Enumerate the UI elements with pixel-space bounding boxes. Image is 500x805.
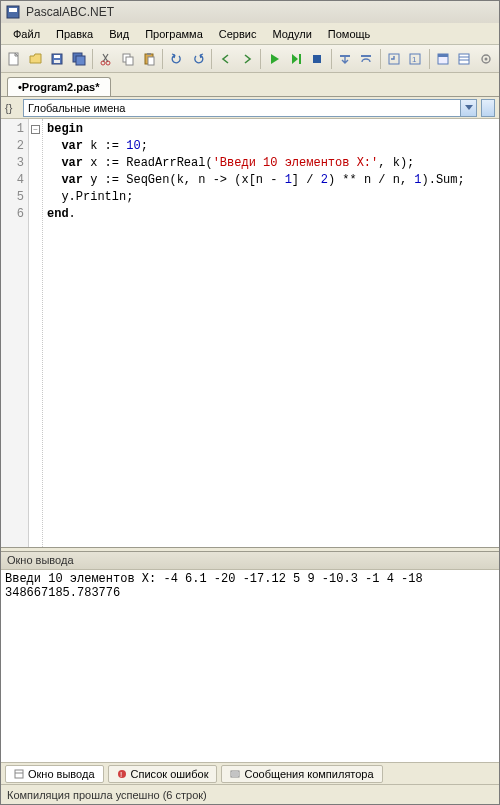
code-area[interactable]: begin var k := 10; var x := ReadArrReal(…	[43, 119, 499, 547]
titlebar: PascalABC.NET	[1, 1, 499, 23]
line-number: 1	[1, 121, 24, 138]
menu-help[interactable]: Помощь	[320, 25, 379, 43]
build-button[interactable]: 1	[405, 48, 426, 70]
save-all-button[interactable]	[69, 48, 90, 70]
run-button[interactable]	[264, 48, 285, 70]
svg-text:1: 1	[412, 55, 417, 64]
output-panel-title: Окно вывода	[1, 552, 499, 570]
tab-errors[interactable]: ! Список ошибок	[108, 765, 218, 783]
messages-tab-icon	[230, 769, 240, 779]
output-panel[interactable]: Введи 10 элементов X: -4 6.1 -20 -17.12 …	[1, 570, 499, 762]
svg-rect-30	[15, 770, 23, 778]
svg-rect-4	[54, 55, 60, 58]
app-title: PascalABC.NET	[26, 5, 114, 19]
tab-output[interactable]: Окно вывода	[5, 765, 104, 783]
scope-bar: {} Глобальные имена	[1, 97, 499, 119]
svg-rect-1	[9, 8, 17, 12]
line-number: 6	[1, 206, 24, 223]
fold-gutter: −	[29, 119, 43, 547]
code-editor[interactable]: 1 2 3 4 5 6 − begin var k := 10; var x :…	[1, 119, 499, 547]
menu-program[interactable]: Программа	[137, 25, 211, 43]
menu-modules[interactable]: Модули	[264, 25, 319, 43]
svg-rect-24	[459, 54, 469, 64]
scope-aux-button[interactable]	[481, 99, 495, 117]
copy-button[interactable]	[117, 48, 138, 70]
toolbar-separator	[92, 49, 93, 69]
svg-rect-23	[438, 54, 448, 57]
options-button[interactable]	[475, 48, 496, 70]
svg-rect-11	[126, 57, 133, 65]
menu-service[interactable]: Сервис	[211, 25, 265, 43]
svg-rect-15	[299, 54, 301, 64]
new-file-button[interactable]	[4, 48, 25, 70]
output-line: 348667185.783776	[5, 586, 120, 600]
run-no-debug-button[interactable]	[286, 48, 307, 70]
menu-view[interactable]: Вид	[101, 25, 137, 43]
editor-tab[interactable]: •Program2.pas*	[7, 77, 111, 96]
svg-text:!: !	[120, 770, 122, 779]
svg-rect-16	[313, 55, 321, 63]
tab-label: •Program2.pas*	[18, 81, 100, 93]
menubar: Файл Правка Вид Программа Сервис Модули …	[1, 23, 499, 45]
redo-button[interactable]	[188, 48, 209, 70]
status-text: Компиляция прошла успешно (6 строк)	[7, 789, 207, 801]
output-line: Введи 10 элементов X: -4 6.1 -20 -17.12 …	[5, 572, 423, 586]
line-gutter: 1 2 3 4 5 6	[1, 119, 29, 547]
nav-forward-button[interactable]	[237, 48, 258, 70]
line-number: 2	[1, 138, 24, 155]
menu-edit[interactable]: Правка	[48, 25, 101, 43]
app-icon	[5, 4, 21, 20]
tab-messages-label: Сообщения компилятора	[244, 768, 373, 780]
properties-button[interactable]	[454, 48, 475, 70]
menu-file[interactable]: Файл	[5, 25, 48, 43]
svg-rect-18	[361, 55, 371, 57]
fold-toggle-icon[interactable]: −	[31, 125, 40, 134]
tab-messages[interactable]: Сообщения компилятора	[221, 765, 382, 783]
svg-rect-13	[147, 53, 151, 55]
tab-output-label: Окно вывода	[28, 768, 95, 780]
app-window: PascalABC.NET Файл Правка Вид Программа …	[0, 0, 500, 805]
errors-tab-icon: !	[117, 769, 127, 779]
svg-rect-17	[340, 55, 350, 57]
svg-rect-7	[76, 56, 85, 65]
scope-combo-text: Глобальные имена	[28, 102, 126, 114]
bottom-tabstrip: Окно вывода ! Список ошибок Сообщения ко…	[1, 762, 499, 784]
svg-rect-34	[231, 771, 239, 777]
line-number: 4	[1, 172, 24, 189]
dropdown-arrow-icon	[460, 100, 476, 116]
nav-back-button[interactable]	[215, 48, 236, 70]
open-file-button[interactable]	[26, 48, 47, 70]
paste-button[interactable]	[139, 48, 160, 70]
statusbar: Компиляция прошла успешно (6 строк)	[1, 784, 499, 804]
scope-combo[interactable]: Глобальные имена	[23, 99, 477, 117]
undo-button[interactable]	[166, 48, 187, 70]
line-number: 5	[1, 189, 24, 206]
toolbar-separator	[331, 49, 332, 69]
scope-icon: {}	[5, 102, 19, 114]
tab-errors-label: Список ошибок	[131, 768, 209, 780]
output-tab-icon	[14, 769, 24, 779]
save-button[interactable]	[47, 48, 68, 70]
toolbar-separator	[380, 49, 381, 69]
toolbar: 1	[1, 45, 499, 73]
form-designer-button[interactable]	[432, 48, 453, 70]
cut-button[interactable]	[96, 48, 117, 70]
stop-button[interactable]	[307, 48, 328, 70]
step-into-button[interactable]	[335, 48, 356, 70]
step-over-button[interactable]	[356, 48, 377, 70]
toolbar-separator	[162, 49, 163, 69]
toolbar-separator	[429, 49, 430, 69]
svg-rect-14	[148, 57, 154, 65]
compile-button[interactable]	[384, 48, 405, 70]
svg-text:{}: {}	[5, 102, 13, 114]
svg-point-28	[484, 57, 487, 60]
toolbar-separator	[211, 49, 212, 69]
svg-rect-5	[54, 60, 60, 63]
toolbar-separator	[260, 49, 261, 69]
line-number: 3	[1, 155, 24, 172]
editor-tabstrip: •Program2.pas*	[1, 73, 499, 97]
